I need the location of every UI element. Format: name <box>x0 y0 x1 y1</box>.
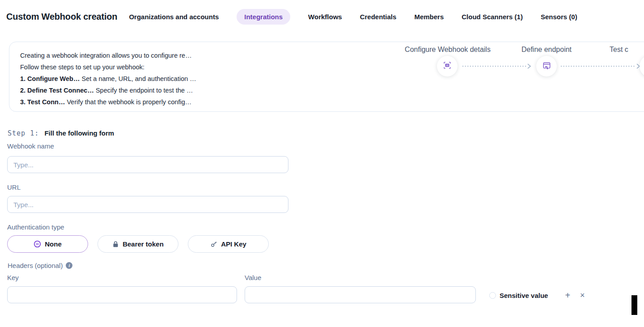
webhook-name-label: Webhook name <box>7 142 54 150</box>
info-icon[interactable]: i <box>66 262 72 269</box>
info-step-2: 2. Define Test Connec… Specify the endpo… <box>20 85 196 96</box>
add-header-icon[interactable]: + <box>565 291 570 300</box>
key-icon <box>210 241 217 248</box>
webhook-name-input[interactable] <box>7 156 288 173</box>
window-endpoint-icon <box>542 60 552 72</box>
info-step-3: 3. Test Conn… Verify that the webhook is… <box>20 96 196 108</box>
remove-header-icon[interactable]: × <box>580 291 585 300</box>
page-title: Custom Webhook creation <box>6 12 117 22</box>
stepper-step-1-circle <box>437 56 458 76</box>
header-key-input[interactable] <box>7 286 237 303</box>
header-value-label: Value <box>245 274 261 281</box>
tab-organizations-and-accounts[interactable]: Organizations and accounts <box>129 13 219 21</box>
stepper-step-1-label: Configure Webhook details <box>389 46 506 54</box>
auth-option-api-key-label: API Key <box>221 240 246 248</box>
auth-option-none-label: None <box>45 240 62 248</box>
headers-section-label-row: Headers (optional) i <box>8 262 72 269</box>
authentication-type-label: Authentication type <box>7 223 64 231</box>
lock-icon <box>112 241 119 248</box>
stepper-connector-1 <box>462 63 532 71</box>
scan-frame-icon <box>442 60 452 72</box>
tab-integrations[interactable]: Integrations <box>237 9 290 25</box>
sensitive-value-checkbox[interactable] <box>489 292 496 299</box>
stepper-step-2-label: Define endpoint <box>502 46 591 54</box>
auth-option-none[interactable]: None <box>7 235 88 253</box>
stepper-step-2-circle <box>536 56 557 76</box>
step-heading: Step 1: Fill the following form <box>8 129 114 137</box>
auth-option-bearer-token-label: Bearer token <box>123 240 164 248</box>
tab-credentials[interactable]: Credentials <box>360 13 397 21</box>
tab-sensors[interactable]: Sensors (0) <box>541 13 577 21</box>
stepper-step-3-label: Test c <box>610 46 628 54</box>
url-label: URL <box>7 183 21 191</box>
stepper-connector-2 <box>560 63 641 71</box>
info-line-intro: Creating a webhook integration allows yo… <box>20 50 196 61</box>
tab-workflows[interactable]: Workflows <box>308 13 342 21</box>
text-cursor-artifact <box>631 295 637 315</box>
header-key-label: Key <box>7 274 19 281</box>
step-instruction: Fill the following form <box>44 129 114 137</box>
sensitive-value-label: Sensitive value <box>500 292 548 299</box>
tab-bar: Organizations and accounts Integrations … <box>129 9 577 25</box>
info-instructions: Creating a webhook integration allows yo… <box>20 50 196 108</box>
step-number: Step 1: <box>8 129 39 137</box>
auth-option-api-key[interactable]: API Key <box>188 235 269 253</box>
tab-members[interactable]: Members <box>414 13 444 21</box>
webhook-creation-page: Custom Webhook creation Organizations an… <box>0 0 644 327</box>
url-input[interactable] <box>7 196 288 213</box>
header-value-input[interactable] <box>245 286 476 303</box>
tab-cloud-scanners[interactable]: Cloud Scanners (1) <box>462 13 523 21</box>
auth-option-bearer-token[interactable]: Bearer token <box>97 235 178 253</box>
top-bar: Custom Webhook creation Organizations an… <box>6 8 644 25</box>
sensitive-value-row: Sensitive value + × <box>489 291 585 300</box>
info-step-1: 1. Configure Web… Set a name, URL, and a… <box>20 73 196 85</box>
info-line-follow: Follow these steps to set up your webhoo… <box>20 61 196 73</box>
headers-optional-label: Headers (optional) <box>8 262 63 269</box>
minus-circle-icon <box>34 240 41 248</box>
